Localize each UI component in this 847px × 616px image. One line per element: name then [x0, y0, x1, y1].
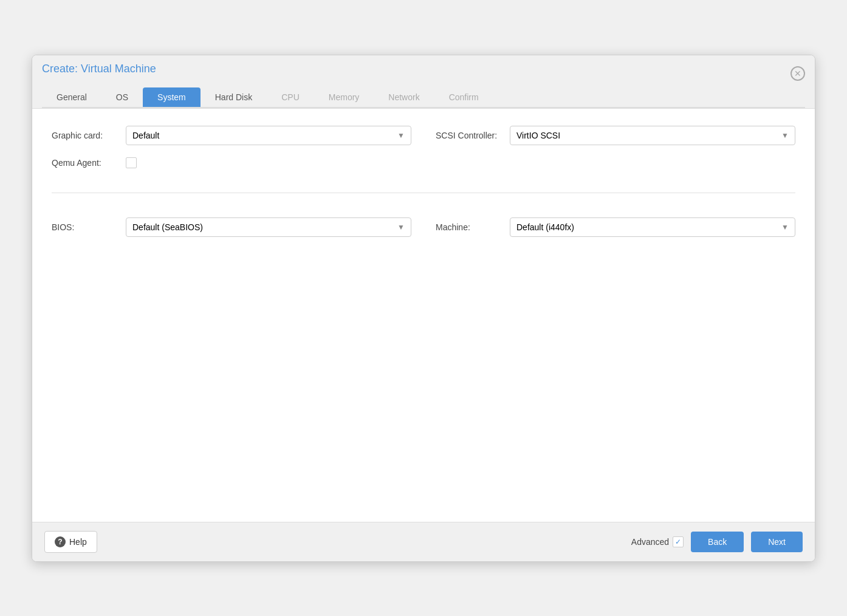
tab-cpu: CPU — [267, 87, 314, 107]
section-divider — [52, 193, 795, 193]
advanced-text: Advanced — [631, 537, 669, 547]
bios-select[interactable]: Default (SeaBIOS) OVMF (UEFI) — [126, 218, 411, 236]
advanced-checkbox[interactable]: ✓ — [673, 536, 684, 547]
machine-label: Machine: — [436, 222, 502, 232]
tab-general[interactable]: General — [42, 87, 101, 107]
tab-hard-disk[interactable]: Hard Disk — [201, 87, 267, 107]
dialog-body: Graphic card: Default VirtIO-GPU VMware … — [32, 109, 815, 522]
bios-label: BIOS: — [52, 222, 118, 232]
tab-system[interactable]: System — [143, 87, 201, 107]
form-section: Graphic card: Default VirtIO-GPU VMware … — [52, 126, 795, 237]
machine-select[interactable]: Default (i440fx) q35 — [510, 218, 795, 236]
tab-os[interactable]: OS — [101, 87, 143, 107]
graphic-card-label: Graphic card: — [52, 131, 118, 140]
help-button[interactable]: ? Help — [44, 531, 97, 553]
tab-network: Network — [374, 87, 434, 107]
back-button[interactable]: Back — [691, 532, 744, 552]
close-icon: ✕ — [794, 69, 801, 78]
dialog-title: Create: Virtual Machine — [42, 63, 156, 83]
scsi-controller-label: SCSI Controller: — [436, 131, 502, 140]
scsi-controller-select-wrapper[interactable]: VirtIO SCSI LSI 53C895A MegaRAID SAS 870… — [510, 126, 795, 145]
create-vm-dialog: Create: Virtual Machine ✕ General OS Sys… — [32, 55, 815, 562]
graphic-card-row: Graphic card: Default VirtIO-GPU VMware … — [52, 126, 411, 145]
help-icon: ? — [55, 536, 66, 547]
tab-memory: Memory — [314, 87, 374, 107]
qemu-agent-label: Qemu Agent: — [52, 158, 118, 168]
tab-confirm: Confirm — [434, 87, 493, 107]
dialog-footer: ? Help Advanced ✓ Back Next — [32, 522, 815, 561]
footer-right: Advanced ✓ Back Next — [631, 532, 803, 552]
advanced-label[interactable]: Advanced ✓ — [631, 536, 684, 547]
machine-select-wrapper[interactable]: Default (i440fx) q35 ▼ — [510, 217, 795, 237]
scsi-controller-select[interactable]: VirtIO SCSI LSI 53C895A MegaRAID SAS 870… — [510, 126, 795, 145]
help-label: Help — [69, 537, 87, 547]
graphic-card-select-wrapper[interactable]: Default VirtIO-GPU VMware compatible SPI… — [126, 126, 411, 145]
graphic-card-select[interactable]: Default VirtIO-GPU VMware compatible SPI… — [126, 126, 411, 145]
close-button[interactable]: ✕ — [790, 66, 805, 81]
qemu-agent-checkbox[interactable] — [126, 157, 137, 168]
bios-row: BIOS: Default (SeaBIOS) OVMF (UEFI) ▼ — [52, 217, 411, 237]
next-button[interactable]: Next — [751, 532, 803, 552]
dialog-header: Create: Virtual Machine ✕ General OS Sys… — [32, 55, 815, 109]
bios-select-wrapper[interactable]: Default (SeaBIOS) OVMF (UEFI) ▼ — [126, 217, 411, 237]
scsi-controller-row: SCSI Controller: VirtIO SCSI LSI 53C895A… — [436, 126, 795, 145]
tabs-row: General OS System Hard Disk CPU Memory N… — [42, 87, 805, 108]
qemu-agent-row: Qemu Agent: — [52, 157, 411, 168]
machine-row: Machine: Default (i440fx) q35 ▼ — [436, 217, 795, 237]
